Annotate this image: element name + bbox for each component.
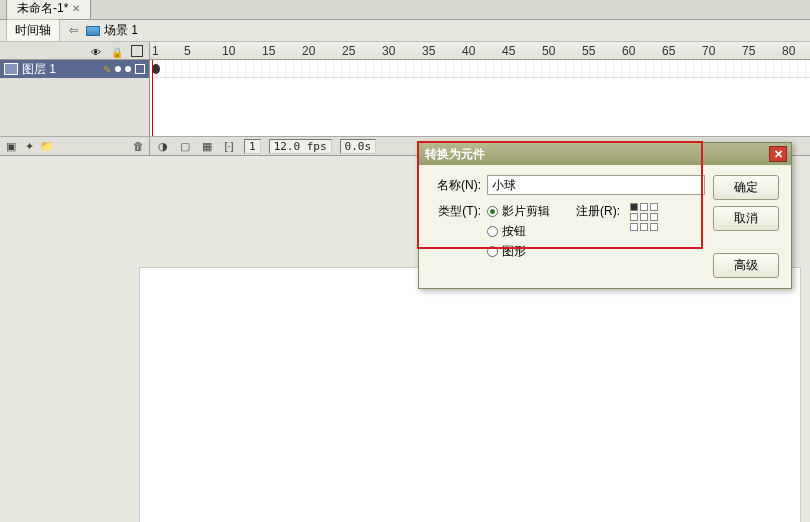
- cancel-button[interactable]: 取消: [713, 206, 779, 231]
- layer-icon: [4, 63, 18, 75]
- layer-column-header: [0, 42, 150, 59]
- radio-icon: [487, 246, 498, 257]
- frames-row[interactable]: [150, 60, 810, 78]
- close-icon[interactable]: ✕: [72, 3, 80, 14]
- radio-button[interactable]: 按钮: [487, 223, 550, 240]
- advanced-button[interactable]: 高级: [713, 253, 779, 278]
- stage[interactable]: 天空蓝动漫星空 TIANKONGLAN: [140, 268, 800, 522]
- name-label: 名称(N):: [431, 177, 481, 194]
- current-frame: 1: [244, 139, 261, 154]
- registration-grid[interactable]: [630, 203, 658, 231]
- close-button[interactable]: ✕: [769, 146, 787, 162]
- pencil-icon: ✎: [103, 64, 111, 75]
- document-tab[interactable]: 未命名-1* ✕: [6, 0, 91, 19]
- onion-icon[interactable]: ◑: [156, 139, 170, 153]
- registration-label: 注册(R):: [576, 203, 620, 220]
- fps-display: 12.0 fps: [269, 139, 332, 154]
- center-frame-icon[interactable]: [·]: [222, 139, 236, 153]
- frames-grid[interactable]: [150, 60, 810, 136]
- lock-icon[interactable]: [111, 45, 123, 57]
- frame-ruler[interactable]: 1 5 10 15 20 25 30 35 40 45 50 55 60 65 …: [150, 42, 810, 59]
- elapsed-time: 0.0s: [340, 139, 377, 154]
- eye-icon[interactable]: [91, 45, 103, 57]
- scene-label[interactable]: 场景 1: [86, 22, 138, 39]
- add-folder-icon[interactable]: 📁: [40, 139, 54, 153]
- layers-area: 图层 1 ✎: [0, 60, 810, 136]
- dialog-titlebar[interactable]: 转换为元件 ✕: [419, 143, 791, 165]
- playhead[interactable]: [152, 60, 153, 136]
- type-radio-group: 影片剪辑 按钮 图形: [487, 203, 550, 260]
- layer-name: 图层 1: [22, 61, 99, 78]
- convert-to-symbol-dialog: 转换为元件 ✕ 名称(N): 类型(T): 影片剪辑 按钮 图形 注册(R):: [418, 142, 792, 289]
- outline-icon[interactable]: [131, 45, 143, 57]
- visibility-dot[interactable]: [115, 66, 121, 72]
- document-tab-bar: 未命名-1* ✕: [0, 0, 810, 20]
- layer-row[interactable]: 图层 1 ✎: [0, 60, 149, 78]
- name-input[interactable]: [487, 175, 705, 195]
- type-label: 类型(T):: [431, 203, 481, 220]
- document-title: 未命名-1*: [17, 0, 68, 17]
- onion-outline-icon[interactable]: ▢: [178, 139, 192, 153]
- add-layer-icon[interactable]: ▣: [4, 139, 18, 153]
- scene-bar: 时间轴 ⇦ 场景 1: [0, 20, 810, 42]
- timeline-button[interactable]: 时间轴: [6, 19, 60, 42]
- radio-graphic[interactable]: 图形: [487, 243, 550, 260]
- lock-dot[interactable]: [125, 66, 131, 72]
- add-guide-icon[interactable]: ✦: [22, 139, 36, 153]
- edit-multi-icon[interactable]: ▦: [200, 139, 214, 153]
- delete-layer-icon[interactable]: 🗑: [131, 139, 145, 153]
- ok-button[interactable]: 确定: [713, 175, 779, 200]
- back-icon[interactable]: ⇦: [66, 24, 80, 38]
- layer-list: 图层 1 ✎: [0, 60, 150, 136]
- radio-icon: [487, 226, 498, 237]
- radio-movieclip[interactable]: 影片剪辑: [487, 203, 550, 220]
- radio-icon: [487, 206, 498, 217]
- dialog-title-text: 转换为元件: [425, 146, 485, 163]
- scene-icon: [86, 26, 100, 36]
- outline-square[interactable]: [135, 64, 145, 74]
- timeline-header: 1 5 10 15 20 25 30 35 40 45 50 55 60 65 …: [0, 42, 810, 60]
- keyframe[interactable]: [152, 64, 160, 74]
